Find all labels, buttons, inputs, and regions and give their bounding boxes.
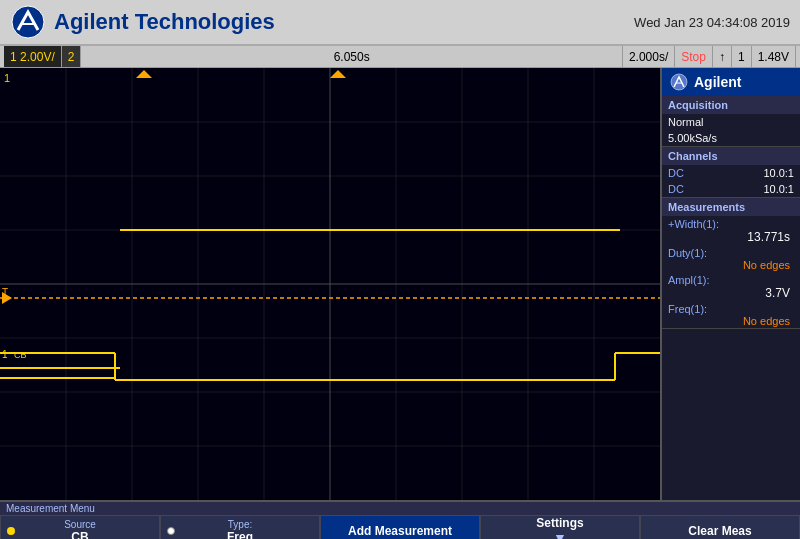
meas4: Freq(1): No edges xyxy=(662,301,800,328)
meas2-value: No edges xyxy=(668,259,794,271)
settings-button[interactable]: Settings ▼ xyxy=(480,515,640,539)
datetime: Wed Jan 23 04:34:08 2019 xyxy=(634,15,790,30)
acquisition-header: Acquisition xyxy=(662,96,800,114)
right-panel: Agilent Acquisition Normal 5.00kSa/s Cha… xyxy=(660,68,800,500)
ch1-coupling: DC xyxy=(668,167,684,179)
source-button[interactable]: Source CB xyxy=(0,515,160,539)
bottom-bar: Measurement Menu Source CB Type: Freq Ad… xyxy=(0,500,800,539)
channels-section: Channels DC 10.0:1 DC 10.0:1 xyxy=(662,147,800,198)
status-bar: 1 2.00V/ 2 6.050s 2.000s/ Stop ↑ 1 1.48V xyxy=(0,46,800,68)
time-offset: 6.050s xyxy=(81,46,622,67)
measurements-header: Measurements xyxy=(662,198,800,216)
add-measurement-button[interactable]: Add Measurement xyxy=(320,515,480,539)
ch1-probe: 10.0:1 xyxy=(763,167,794,179)
meas2-name: Duty(1): xyxy=(668,247,794,259)
logo-area: Agilent Technologies xyxy=(10,4,275,40)
meas2: Duty(1): No edges xyxy=(662,245,800,272)
svg-text:1: 1 xyxy=(4,72,10,84)
trigger-level: 1.48V xyxy=(752,46,796,67)
main-area: 1 CB T 1 Agilent Acquisition Normal xyxy=(0,68,800,500)
panel-header: Agilent xyxy=(662,68,800,96)
clear-meas-label: Clear Meas xyxy=(688,524,751,538)
meas3-name: Ampl(1): xyxy=(668,274,794,286)
source-label: Source xyxy=(64,519,96,530)
meas4-name: Freq(1): xyxy=(668,303,794,315)
measurements-section: Measurements +Width(1): 13.771s Duty(1):… xyxy=(662,198,800,329)
channels-header: Channels xyxy=(662,147,800,165)
company-name: Agilent Technologies xyxy=(54,9,275,35)
time-scale: 2.000s/ xyxy=(623,46,675,67)
source-indicator xyxy=(7,527,15,535)
settings-label: Settings xyxy=(536,516,583,530)
acq-rate-row: 5.00kSa/s xyxy=(662,130,800,146)
trigger-arrow: ↑ xyxy=(713,46,732,67)
source-value: CB xyxy=(71,530,88,540)
measurement-menu-label: Measurement Menu xyxy=(0,502,800,515)
type-button[interactable]: Type: Freq xyxy=(160,515,320,539)
ch2-coupling: DC xyxy=(668,183,684,195)
type-value: Freq xyxy=(227,530,253,540)
agilent-logo-icon xyxy=(10,4,46,40)
svg-text:CB: CB xyxy=(14,350,27,360)
ch1-row: DC 10.0:1 xyxy=(662,165,800,181)
meas3-value: 3.7V xyxy=(668,286,794,300)
meas4-value: No edges xyxy=(668,315,794,327)
meas1-name: +Width(1): xyxy=(668,218,794,230)
ch2-indicator: 2 xyxy=(62,46,82,67)
acq-mode-row: Normal xyxy=(662,114,800,130)
trigger-ch: 1 xyxy=(732,46,752,67)
svg-text:T: T xyxy=(2,287,8,298)
ch1-indicator: 1 2.00V/ xyxy=(4,46,62,67)
bottom-buttons: Source CB Type: Freq Add Measurement Set… xyxy=(0,515,800,539)
acq-rate: 5.00kSa/s xyxy=(668,132,717,144)
meas1-value: 13.771s xyxy=(668,230,794,244)
type-label: Type: xyxy=(228,519,252,530)
scope-grid: 1 CB T 1 xyxy=(0,68,660,500)
clear-meas-button[interactable]: Clear Meas xyxy=(640,515,800,539)
meas1: +Width(1): 13.771s xyxy=(662,216,800,245)
meas3: Ampl(1): 3.7V xyxy=(662,272,800,301)
panel-title: Agilent xyxy=(694,74,741,90)
stop-status: Stop xyxy=(675,46,713,67)
header: Agilent Technologies Wed Jan 23 04:34:08… xyxy=(0,0,800,46)
settings-arrow-icon: ▼ xyxy=(553,530,567,539)
panel-agilent-logo-icon xyxy=(670,73,688,91)
ch2-probe: 10.0:1 xyxy=(763,183,794,195)
type-indicator xyxy=(167,527,175,535)
acquisition-section: Acquisition Normal 5.00kSa/s xyxy=(662,96,800,147)
ch2-row: DC 10.0:1 xyxy=(662,181,800,197)
acq-mode: Normal xyxy=(668,116,703,128)
add-measurement-label: Add Measurement xyxy=(348,524,452,538)
svg-text:1: 1 xyxy=(2,349,8,360)
scope-screen: 1 CB T 1 xyxy=(0,68,660,500)
